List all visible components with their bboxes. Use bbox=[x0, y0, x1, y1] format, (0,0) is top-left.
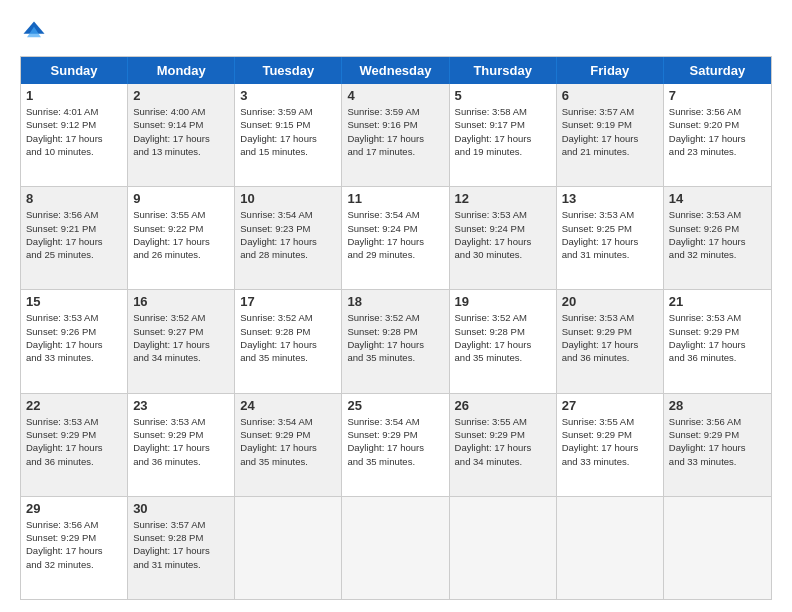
day-info: Sunrise: 3:55 AM Sunset: 9:29 PM Dayligh… bbox=[562, 415, 658, 468]
calendar-cell: 29Sunrise: 3:56 AM Sunset: 9:29 PM Dayli… bbox=[21, 497, 128, 599]
calendar-row-0: 1Sunrise: 4:01 AM Sunset: 9:12 PM Daylig… bbox=[21, 84, 771, 186]
calendar-header: SundayMondayTuesdayWednesdayThursdayFrid… bbox=[21, 57, 771, 84]
calendar-cell: 26Sunrise: 3:55 AM Sunset: 9:29 PM Dayli… bbox=[450, 394, 557, 496]
day-number: 1 bbox=[26, 88, 122, 103]
calendar-cell: 25Sunrise: 3:54 AM Sunset: 9:29 PM Dayli… bbox=[342, 394, 449, 496]
calendar-cell bbox=[342, 497, 449, 599]
calendar-cell: 1Sunrise: 4:01 AM Sunset: 9:12 PM Daylig… bbox=[21, 84, 128, 186]
day-number: 4 bbox=[347, 88, 443, 103]
day-info: Sunrise: 3:55 AM Sunset: 9:22 PM Dayligh… bbox=[133, 208, 229, 261]
calendar-cell bbox=[557, 497, 664, 599]
day-info: Sunrise: 3:58 AM Sunset: 9:17 PM Dayligh… bbox=[455, 105, 551, 158]
calendar-cell bbox=[664, 497, 771, 599]
weekday-header-sunday: Sunday bbox=[21, 57, 128, 84]
calendar-cell: 17Sunrise: 3:52 AM Sunset: 9:28 PM Dayli… bbox=[235, 290, 342, 392]
logo-icon bbox=[20, 18, 48, 46]
day-info: Sunrise: 3:53 AM Sunset: 9:25 PM Dayligh… bbox=[562, 208, 658, 261]
calendar-cell: 13Sunrise: 3:53 AM Sunset: 9:25 PM Dayli… bbox=[557, 187, 664, 289]
weekday-header-friday: Friday bbox=[557, 57, 664, 84]
day-number: 28 bbox=[669, 398, 766, 413]
day-info: Sunrise: 3:57 AM Sunset: 9:19 PM Dayligh… bbox=[562, 105, 658, 158]
day-number: 9 bbox=[133, 191, 229, 206]
day-info: Sunrise: 3:52 AM Sunset: 9:28 PM Dayligh… bbox=[347, 311, 443, 364]
calendar-cell: 9Sunrise: 3:55 AM Sunset: 9:22 PM Daylig… bbox=[128, 187, 235, 289]
day-number: 13 bbox=[562, 191, 658, 206]
logo bbox=[20, 18, 50, 46]
weekday-header-saturday: Saturday bbox=[664, 57, 771, 84]
calendar-cell: 30Sunrise: 3:57 AM Sunset: 9:28 PM Dayli… bbox=[128, 497, 235, 599]
calendar-cell: 10Sunrise: 3:54 AM Sunset: 9:23 PM Dayli… bbox=[235, 187, 342, 289]
day-info: Sunrise: 3:53 AM Sunset: 9:24 PM Dayligh… bbox=[455, 208, 551, 261]
day-info: Sunrise: 4:01 AM Sunset: 9:12 PM Dayligh… bbox=[26, 105, 122, 158]
day-number: 20 bbox=[562, 294, 658, 309]
day-info: Sunrise: 3:55 AM Sunset: 9:29 PM Dayligh… bbox=[455, 415, 551, 468]
day-number: 27 bbox=[562, 398, 658, 413]
day-info: Sunrise: 3:52 AM Sunset: 9:27 PM Dayligh… bbox=[133, 311, 229, 364]
day-info: Sunrise: 4:00 AM Sunset: 9:14 PM Dayligh… bbox=[133, 105, 229, 158]
calendar-cell: 7Sunrise: 3:56 AM Sunset: 9:20 PM Daylig… bbox=[664, 84, 771, 186]
day-info: Sunrise: 3:54 AM Sunset: 9:24 PM Dayligh… bbox=[347, 208, 443, 261]
day-info: Sunrise: 3:53 AM Sunset: 9:29 PM Dayligh… bbox=[669, 311, 766, 364]
day-info: Sunrise: 3:53 AM Sunset: 9:29 PM Dayligh… bbox=[562, 311, 658, 364]
day-number: 5 bbox=[455, 88, 551, 103]
day-number: 30 bbox=[133, 501, 229, 516]
calendar-body: 1Sunrise: 4:01 AM Sunset: 9:12 PM Daylig… bbox=[21, 84, 771, 599]
day-info: Sunrise: 3:59 AM Sunset: 9:16 PM Dayligh… bbox=[347, 105, 443, 158]
day-number: 18 bbox=[347, 294, 443, 309]
day-number: 21 bbox=[669, 294, 766, 309]
day-number: 17 bbox=[240, 294, 336, 309]
calendar-cell: 11Sunrise: 3:54 AM Sunset: 9:24 PM Dayli… bbox=[342, 187, 449, 289]
day-number: 23 bbox=[133, 398, 229, 413]
calendar-cell bbox=[235, 497, 342, 599]
calendar-cell: 20Sunrise: 3:53 AM Sunset: 9:29 PM Dayli… bbox=[557, 290, 664, 392]
calendar-cell: 8Sunrise: 3:56 AM Sunset: 9:21 PM Daylig… bbox=[21, 187, 128, 289]
day-info: Sunrise: 3:54 AM Sunset: 9:23 PM Dayligh… bbox=[240, 208, 336, 261]
calendar: SundayMondayTuesdayWednesdayThursdayFrid… bbox=[20, 56, 772, 600]
day-info: Sunrise: 3:56 AM Sunset: 9:29 PM Dayligh… bbox=[669, 415, 766, 468]
calendar-cell: 15Sunrise: 3:53 AM Sunset: 9:26 PM Dayli… bbox=[21, 290, 128, 392]
day-number: 12 bbox=[455, 191, 551, 206]
day-number: 14 bbox=[669, 191, 766, 206]
day-number: 8 bbox=[26, 191, 122, 206]
calendar-cell: 12Sunrise: 3:53 AM Sunset: 9:24 PM Dayli… bbox=[450, 187, 557, 289]
calendar-cell: 24Sunrise: 3:54 AM Sunset: 9:29 PM Dayli… bbox=[235, 394, 342, 496]
day-number: 25 bbox=[347, 398, 443, 413]
day-info: Sunrise: 3:56 AM Sunset: 9:20 PM Dayligh… bbox=[669, 105, 766, 158]
calendar-cell: 4Sunrise: 3:59 AM Sunset: 9:16 PM Daylig… bbox=[342, 84, 449, 186]
calendar-cell: 21Sunrise: 3:53 AM Sunset: 9:29 PM Dayli… bbox=[664, 290, 771, 392]
calendar-cell: 22Sunrise: 3:53 AM Sunset: 9:29 PM Dayli… bbox=[21, 394, 128, 496]
header bbox=[20, 18, 772, 46]
day-number: 19 bbox=[455, 294, 551, 309]
calendar-cell: 16Sunrise: 3:52 AM Sunset: 9:27 PM Dayli… bbox=[128, 290, 235, 392]
day-number: 6 bbox=[562, 88, 658, 103]
calendar-cell: 19Sunrise: 3:52 AM Sunset: 9:28 PM Dayli… bbox=[450, 290, 557, 392]
day-info: Sunrise: 3:53 AM Sunset: 9:26 PM Dayligh… bbox=[669, 208, 766, 261]
day-number: 24 bbox=[240, 398, 336, 413]
weekday-header-thursday: Thursday bbox=[450, 57, 557, 84]
calendar-row-2: 15Sunrise: 3:53 AM Sunset: 9:26 PM Dayli… bbox=[21, 289, 771, 392]
day-number: 15 bbox=[26, 294, 122, 309]
calendar-cell: 27Sunrise: 3:55 AM Sunset: 9:29 PM Dayli… bbox=[557, 394, 664, 496]
day-info: Sunrise: 3:52 AM Sunset: 9:28 PM Dayligh… bbox=[240, 311, 336, 364]
day-info: Sunrise: 3:54 AM Sunset: 9:29 PM Dayligh… bbox=[347, 415, 443, 468]
calendar-row-1: 8Sunrise: 3:56 AM Sunset: 9:21 PM Daylig… bbox=[21, 186, 771, 289]
calendar-cell: 18Sunrise: 3:52 AM Sunset: 9:28 PM Dayli… bbox=[342, 290, 449, 392]
calendar-cell: 28Sunrise: 3:56 AM Sunset: 9:29 PM Dayli… bbox=[664, 394, 771, 496]
weekday-header-tuesday: Tuesday bbox=[235, 57, 342, 84]
day-number: 10 bbox=[240, 191, 336, 206]
calendar-cell: 23Sunrise: 3:53 AM Sunset: 9:29 PM Dayli… bbox=[128, 394, 235, 496]
day-number: 3 bbox=[240, 88, 336, 103]
calendar-cell bbox=[450, 497, 557, 599]
calendar-cell: 2Sunrise: 4:00 AM Sunset: 9:14 PM Daylig… bbox=[128, 84, 235, 186]
day-number: 7 bbox=[669, 88, 766, 103]
day-number: 26 bbox=[455, 398, 551, 413]
day-info: Sunrise: 3:56 AM Sunset: 9:29 PM Dayligh… bbox=[26, 518, 122, 571]
day-info: Sunrise: 3:53 AM Sunset: 9:29 PM Dayligh… bbox=[133, 415, 229, 468]
day-number: 22 bbox=[26, 398, 122, 413]
calendar-cell: 3Sunrise: 3:59 AM Sunset: 9:15 PM Daylig… bbox=[235, 84, 342, 186]
calendar-cell: 14Sunrise: 3:53 AM Sunset: 9:26 PM Dayli… bbox=[664, 187, 771, 289]
calendar-cell: 5Sunrise: 3:58 AM Sunset: 9:17 PM Daylig… bbox=[450, 84, 557, 186]
day-info: Sunrise: 3:56 AM Sunset: 9:21 PM Dayligh… bbox=[26, 208, 122, 261]
page: SundayMondayTuesdayWednesdayThursdayFrid… bbox=[0, 0, 792, 612]
day-info: Sunrise: 3:59 AM Sunset: 9:15 PM Dayligh… bbox=[240, 105, 336, 158]
